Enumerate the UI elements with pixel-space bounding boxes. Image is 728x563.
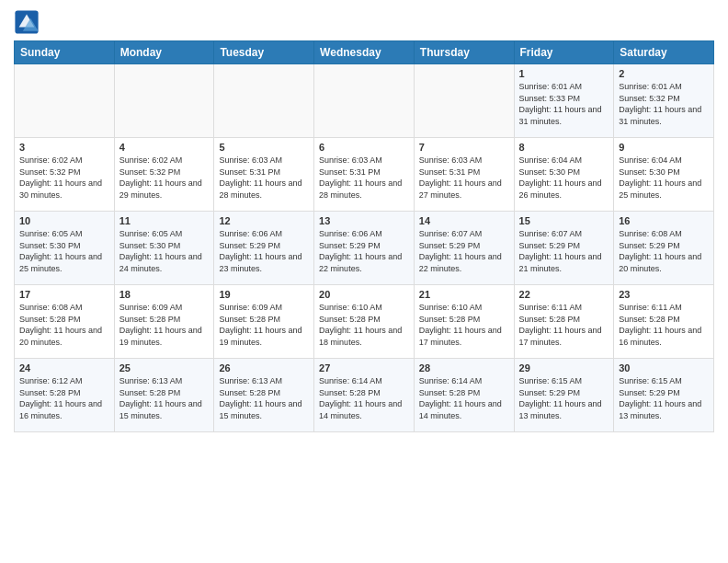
day-number: 16 [619,215,709,226]
weekday-header: Saturday [614,41,714,64]
day-number: 7 [419,142,509,153]
day-number: 4 [119,142,210,153]
calendar-cell: 24Sunrise: 6:12 AM Sunset: 5:28 PM Dayli… [15,359,115,432]
calendar-cell: 27Sunrise: 6:14 AM Sunset: 5:28 PM Dayli… [314,359,415,432]
calendar-cell: 20Sunrise: 6:10 AM Sunset: 5:28 PM Dayli… [314,285,415,359]
calendar-week-row: 3Sunrise: 6:02 AM Sunset: 5:32 PM Daylig… [15,138,714,212]
calendar-cell: 4Sunrise: 6:02 AM Sunset: 5:32 PM Daylig… [114,138,214,212]
day-info: Sunrise: 6:07 AM Sunset: 5:29 PM Dayligh… [519,228,609,274]
day-info: Sunrise: 6:10 AM Sunset: 5:28 PM Dayligh… [319,302,409,348]
calendar-cell: 26Sunrise: 6:13 AM Sunset: 5:28 PM Dayli… [214,359,314,432]
calendar-cell: 11Sunrise: 6:05 AM Sunset: 5:30 PM Dayli… [114,212,214,285]
calendar-cell: 6Sunrise: 6:03 AM Sunset: 5:31 PM Daylig… [314,138,415,212]
day-number: 15 [519,215,609,226]
calendar-week-row: 10Sunrise: 6:05 AM Sunset: 5:30 PM Dayli… [15,212,714,285]
day-info: Sunrise: 6:09 AM Sunset: 5:28 PM Dayligh… [119,302,210,348]
calendar-cell: 21Sunrise: 6:10 AM Sunset: 5:28 PM Dayli… [414,285,514,359]
day-number: 27 [319,362,409,373]
calendar-week-row: 1Sunrise: 6:01 AM Sunset: 5:33 PM Daylig… [15,64,714,138]
calendar-cell: 15Sunrise: 6:07 AM Sunset: 5:29 PM Dayli… [514,212,614,285]
day-number: 28 [419,362,509,373]
day-number: 21 [419,289,509,300]
calendar-cell: 8Sunrise: 6:04 AM Sunset: 5:30 PM Daylig… [514,138,614,212]
day-number: 18 [119,289,210,300]
day-info: Sunrise: 6:01 AM Sunset: 5:33 PM Dayligh… [519,81,609,127]
day-info: Sunrise: 6:05 AM Sunset: 5:30 PM Dayligh… [19,228,109,274]
calendar-cell: 13Sunrise: 6:06 AM Sunset: 5:29 PM Dayli… [314,212,415,285]
day-info: Sunrise: 6:09 AM Sunset: 5:28 PM Dayligh… [219,302,309,348]
logo [14,9,43,35]
day-info: Sunrise: 6:01 AM Sunset: 5:32 PM Dayligh… [619,81,709,127]
day-info: Sunrise: 6:05 AM Sunset: 5:30 PM Dayligh… [119,228,210,274]
day-info: Sunrise: 6:10 AM Sunset: 5:28 PM Dayligh… [419,302,509,348]
calendar-cell: 3Sunrise: 6:02 AM Sunset: 5:32 PM Daylig… [15,138,115,212]
calendar-week-row: 24Sunrise: 6:12 AM Sunset: 5:28 PM Dayli… [15,359,714,432]
day-number: 23 [619,289,709,300]
calendar-cell: 12Sunrise: 6:06 AM Sunset: 5:29 PM Dayli… [214,212,314,285]
calendar-cell [214,64,314,138]
day-info: Sunrise: 6:15 AM Sunset: 5:29 PM Dayligh… [619,375,709,421]
calendar-cell: 16Sunrise: 6:08 AM Sunset: 5:29 PM Dayli… [614,212,714,285]
day-info: Sunrise: 6:07 AM Sunset: 5:29 PM Dayligh… [419,228,509,274]
weekday-header: Friday [514,41,614,64]
day-number: 5 [219,142,309,153]
calendar-cell [314,64,415,138]
calendar-cell: 28Sunrise: 6:14 AM Sunset: 5:28 PM Dayli… [414,359,514,432]
logo-icon [14,9,40,35]
day-info: Sunrise: 6:15 AM Sunset: 5:29 PM Dayligh… [519,375,609,421]
calendar-week-row: 17Sunrise: 6:08 AM Sunset: 5:28 PM Dayli… [15,285,714,359]
day-number: 17 [19,289,109,300]
calendar-cell: 7Sunrise: 6:03 AM Sunset: 5:31 PM Daylig… [414,138,514,212]
calendar-cell: 18Sunrise: 6:09 AM Sunset: 5:28 PM Dayli… [114,285,214,359]
day-info: Sunrise: 6:13 AM Sunset: 5:28 PM Dayligh… [119,375,210,421]
day-info: Sunrise: 6:04 AM Sunset: 5:30 PM Dayligh… [519,155,609,201]
calendar-cell [114,64,214,138]
day-info: Sunrise: 6:14 AM Sunset: 5:28 PM Dayligh… [419,375,509,421]
day-number: 8 [519,142,609,153]
calendar-table: SundayMondayTuesdayWednesdayThursdayFrid… [14,40,714,432]
day-info: Sunrise: 6:06 AM Sunset: 5:29 PM Dayligh… [219,228,309,274]
calendar-cell: 9Sunrise: 6:04 AM Sunset: 5:30 PM Daylig… [614,138,714,212]
day-number: 3 [19,142,109,153]
day-number: 14 [419,215,509,226]
day-number: 26 [219,362,309,373]
weekday-header: Monday [114,41,214,64]
calendar-cell: 2Sunrise: 6:01 AM Sunset: 5:32 PM Daylig… [614,64,714,138]
day-info: Sunrise: 6:13 AM Sunset: 5:28 PM Dayligh… [219,375,309,421]
day-number: 6 [319,142,409,153]
day-number: 22 [519,289,609,300]
day-number: 25 [119,362,210,373]
weekday-header: Sunday [15,41,115,64]
day-number: 30 [619,362,709,373]
day-info: Sunrise: 6:02 AM Sunset: 5:32 PM Dayligh… [19,155,109,201]
day-info: Sunrise: 6:04 AM Sunset: 5:30 PM Dayligh… [619,155,709,201]
weekday-header: Tuesday [214,41,314,64]
calendar-cell: 10Sunrise: 6:05 AM Sunset: 5:30 PM Dayli… [15,212,115,285]
day-number: 24 [19,362,109,373]
day-info: Sunrise: 6:08 AM Sunset: 5:29 PM Dayligh… [619,228,709,274]
calendar-cell: 19Sunrise: 6:09 AM Sunset: 5:28 PM Dayli… [214,285,314,359]
day-number: 12 [219,215,309,226]
page-header [14,9,714,35]
calendar-cell: 1Sunrise: 6:01 AM Sunset: 5:33 PM Daylig… [514,64,614,138]
day-info: Sunrise: 6:11 AM Sunset: 5:28 PM Dayligh… [619,302,709,348]
day-number: 2 [619,68,709,79]
calendar-cell: 22Sunrise: 6:11 AM Sunset: 5:28 PM Dayli… [514,285,614,359]
day-info: Sunrise: 6:03 AM Sunset: 5:31 PM Dayligh… [419,155,509,201]
day-info: Sunrise: 6:11 AM Sunset: 5:28 PM Dayligh… [519,302,609,348]
day-info: Sunrise: 6:12 AM Sunset: 5:28 PM Dayligh… [19,375,109,421]
day-info: Sunrise: 6:03 AM Sunset: 5:31 PM Dayligh… [319,155,409,201]
calendar-header-row: SundayMondayTuesdayWednesdayThursdayFrid… [15,41,714,64]
day-info: Sunrise: 6:03 AM Sunset: 5:31 PM Dayligh… [219,155,309,201]
day-number: 9 [619,142,709,153]
calendar-cell: 30Sunrise: 6:15 AM Sunset: 5:29 PM Dayli… [614,359,714,432]
day-number: 19 [219,289,309,300]
calendar-cell: 29Sunrise: 6:15 AM Sunset: 5:29 PM Dayli… [514,359,614,432]
weekday-header: Wednesday [314,41,415,64]
day-number: 10 [19,215,109,226]
calendar-cell: 14Sunrise: 6:07 AM Sunset: 5:29 PM Dayli… [414,212,514,285]
day-number: 11 [119,215,210,226]
day-number: 29 [519,362,609,373]
calendar-cell: 17Sunrise: 6:08 AM Sunset: 5:28 PM Dayli… [15,285,115,359]
calendar-cell [15,64,115,138]
